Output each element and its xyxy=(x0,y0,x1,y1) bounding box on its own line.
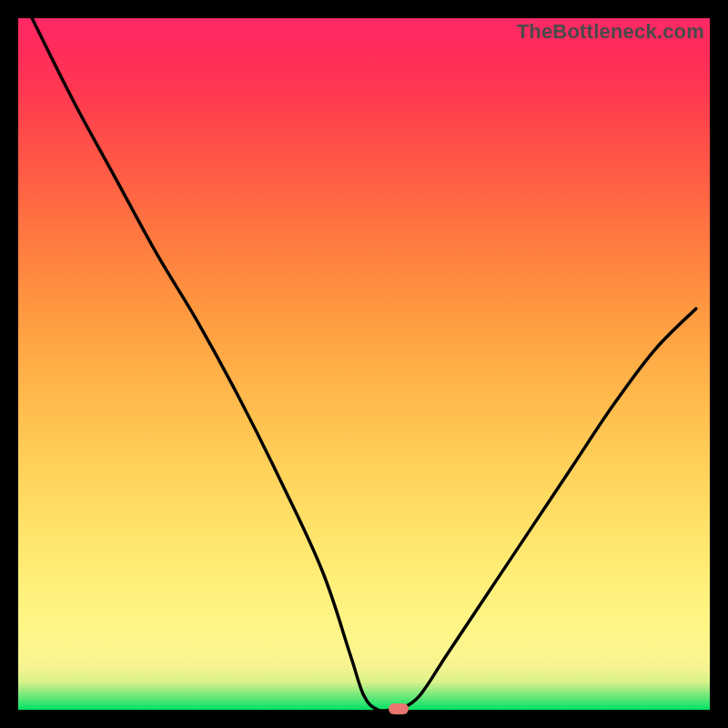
watermark-text: TheBottleneck.com xyxy=(517,20,704,44)
bottleneck-curve xyxy=(18,18,710,710)
optimal-point-marker xyxy=(389,703,409,714)
chart-frame: TheBottleneck.com xyxy=(0,0,728,728)
chart-plot-area: TheBottleneck.com xyxy=(18,18,710,710)
